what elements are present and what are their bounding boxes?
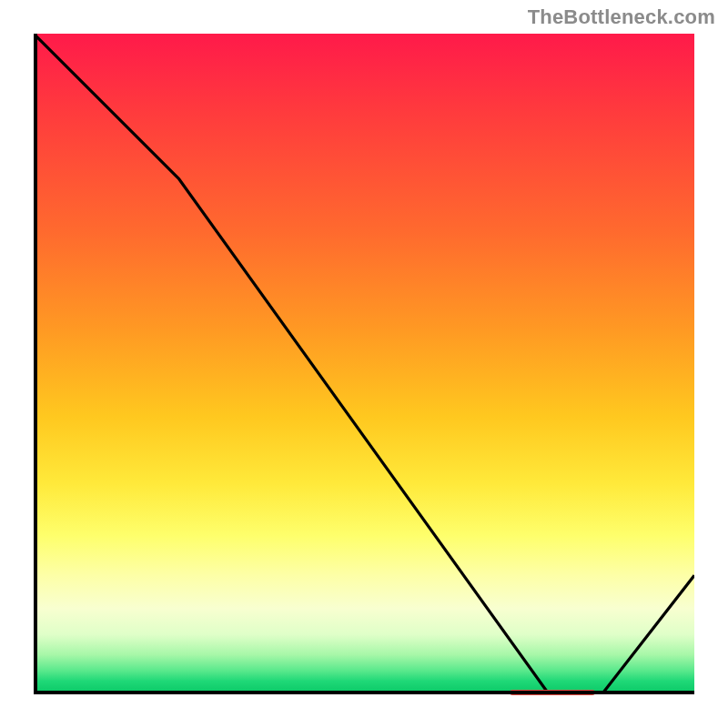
watermark-text: TheBottleneck.com xyxy=(528,5,715,29)
chart-container: TheBottleneck.com xyxy=(0,0,728,728)
x-axis xyxy=(34,691,694,694)
bottleneck-curve xyxy=(34,34,694,694)
curve-path xyxy=(34,34,694,694)
y-axis xyxy=(34,34,37,694)
plot-area xyxy=(34,34,694,694)
